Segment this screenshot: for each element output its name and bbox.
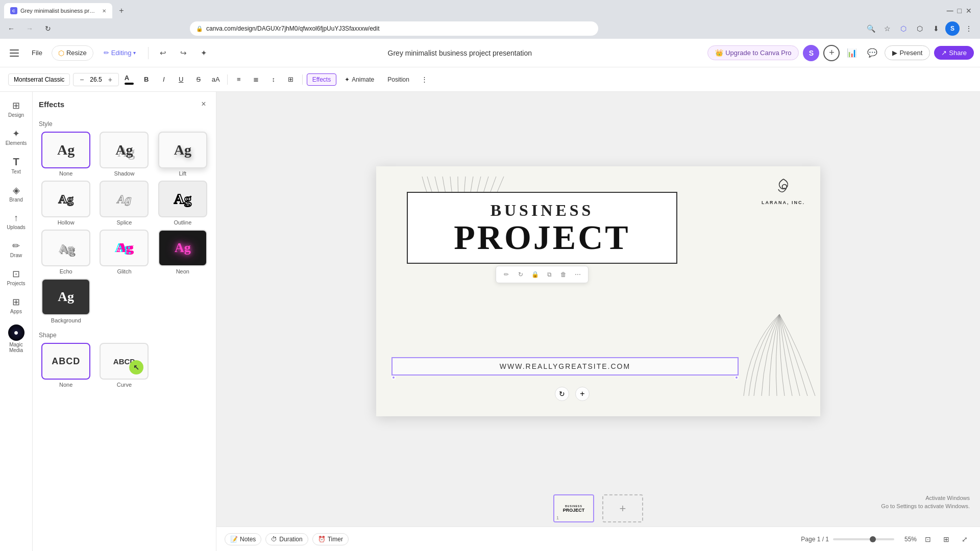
- canva-extension-button[interactable]: ⬡: [896, 21, 911, 36]
- effect-outline[interactable]: Ag Outline: [156, 181, 210, 226]
- handle-right[interactable]: [734, 375, 739, 380]
- italic-button[interactable]: I: [157, 72, 171, 87]
- tab-close-button[interactable]: ✕: [102, 8, 106, 14]
- fit-to-screen-button[interactable]: ⊡: [921, 532, 935, 546]
- add-slide-button[interactable]: +: [602, 494, 643, 522]
- main-text-box[interactable]: BUSINESS PROJECT ✏ ↻ 🔒 ⧉ 🗑 ⋯: [407, 192, 677, 264]
- underline-button[interactable]: U: [174, 72, 188, 87]
- sidebar-item-elements[interactable]: ✦ Elements: [2, 124, 31, 150]
- profile-button[interactable]: S: [945, 21, 960, 36]
- timer-button[interactable]: ⏰ Timer: [312, 533, 349, 545]
- rotate-handle[interactable]: ↻: [555, 387, 569, 401]
- duration-button[interactable]: ⏱ Duration: [265, 533, 308, 545]
- effect-hollow[interactable]: Ag Hollow: [39, 181, 93, 226]
- window-maximize-button[interactable]: □: [958, 7, 962, 15]
- url-text-box[interactable]: WWW.REALLYGREATSITE.COM: [391, 357, 739, 375]
- sidebar-item-design[interactable]: ⊞ Design: [2, 96, 31, 122]
- download-button[interactable]: ⬇: [929, 21, 943, 36]
- effect-neon[interactable]: Ag Neon: [156, 230, 210, 274]
- present-button[interactable]: ▶ Present: [885, 45, 930, 60]
- handle-left[interactable]: [391, 375, 396, 380]
- file-menu-button[interactable]: File: [27, 47, 47, 59]
- slide-thumbnail-1[interactable]: BUSINESS PROJECT 1: [553, 494, 594, 522]
- sidebar-text-label: Text: [11, 169, 20, 174]
- case-button[interactable]: aA: [209, 72, 223, 87]
- browser-menu-button[interactable]: ⋮: [962, 21, 976, 36]
- align-button[interactable]: ≡: [232, 72, 246, 87]
- new-tab-button[interactable]: +: [114, 4, 129, 18]
- fullscreen-button[interactable]: ⤢: [958, 532, 972, 546]
- sidebar-item-draw[interactable]: ✏ Draw: [2, 236, 31, 262]
- back-button[interactable]: ←: [4, 21, 18, 36]
- effects-button[interactable]: Effects: [307, 73, 336, 86]
- effect-echo[interactable]: Ag Echo: [39, 230, 93, 274]
- animate-label: Animate: [352, 76, 374, 83]
- effect-lift[interactable]: Ag Lift: [156, 132, 210, 177]
- shape-none[interactable]: ABCD None: [39, 343, 93, 388]
- comments-button[interactable]: 💬: [864, 45, 880, 61]
- canvas-wrapper[interactable]: LARANA, INC. BUSINESS PROJECT ✏ ↻ 🔒 ⧉ 🗑: [216, 92, 980, 490]
- add-collaborator-button[interactable]: +: [823, 45, 840, 61]
- user-avatar[interactable]: S: [803, 45, 819, 61]
- text-delete-button[interactable]: 🗑: [557, 268, 570, 281]
- redo-button[interactable]: ↪: [175, 45, 191, 61]
- address-bar[interactable]: 🔒 canva.com/design/DAGUXr7jhM0/qfwxol6fj…: [190, 21, 598, 36]
- spacing-button[interactable]: ↕: [266, 72, 281, 87]
- sidebar-item-magic-media[interactable]: ● Magic Media: [2, 320, 31, 357]
- resize-button[interactable]: ⬡ Resize: [52, 45, 93, 61]
- bookmark-button[interactable]: ☆: [880, 21, 894, 36]
- analytics-button[interactable]: 📊: [844, 45, 860, 61]
- sidebar-item-uploads[interactable]: ↑ Uploads: [2, 209, 31, 234]
- notes-button[interactable]: 📝 Notes: [225, 533, 261, 545]
- font-size-increase-button[interactable]: +: [105, 74, 115, 85]
- zoom-slider[interactable]: [833, 538, 894, 540]
- font-size-decrease-button[interactable]: −: [77, 74, 87, 85]
- sidebar-item-apps[interactable]: ⊞ Apps: [2, 292, 31, 318]
- text-copy-button[interactable]: ⧉: [543, 268, 555, 281]
- font-size-value[interactable]: 26.5: [88, 76, 104, 83]
- panel-close-button[interactable]: ×: [198, 98, 210, 110]
- text-edit-button[interactable]: ✏: [500, 268, 512, 281]
- bold-button[interactable]: B: [139, 72, 154, 87]
- shape-curve[interactable]: ABCD ↖ Curve: [97, 343, 151, 388]
- extension-button-2[interactable]: ⬡: [913, 21, 927, 36]
- effect-none[interactable]: Ag None: [39, 132, 93, 177]
- upgrade-button[interactable]: 👑 Upgrade to Canva Pro: [707, 45, 799, 60]
- text-more-button[interactable]: ⋯: [572, 268, 584, 281]
- font-name-button[interactable]: Montserrat Classic: [8, 73, 70, 86]
- window-minimize-button[interactable]: ─: [947, 6, 953, 16]
- add-handle[interactable]: +: [575, 387, 590, 401]
- zoom-value: 55%: [898, 536, 917, 543]
- effect-glitch[interactable]: Ag Glitch: [97, 230, 151, 274]
- zoom-thumb[interactable]: [870, 536, 876, 542]
- text-rotate-button[interactable]: ↻: [514, 268, 527, 281]
- share-button[interactable]: ↗ Share: [934, 46, 974, 60]
- sidebar-item-text[interactable]: T Text: [2, 152, 31, 179]
- editing-button[interactable]: ✏ Editing ▾: [97, 46, 142, 60]
- sidebar-item-brand[interactable]: ◈ Brand: [2, 181, 31, 207]
- effect-background[interactable]: Ag Background: [39, 279, 93, 323]
- design-icon: ⊞: [12, 100, 20, 111]
- effect-splice-label: Splice: [117, 219, 132, 226]
- position-button[interactable]: Position: [382, 74, 414, 85]
- window-close-button[interactable]: ✕: [966, 7, 972, 15]
- hamburger-menu-button[interactable]: [6, 45, 22, 61]
- forward-button[interactable]: →: [22, 21, 37, 36]
- grid-view-button[interactable]: ⊞: [939, 532, 953, 546]
- strikethrough-button[interactable]: S: [191, 72, 206, 87]
- zoom-button[interactable]: 🔍: [864, 21, 878, 36]
- sidebar-item-projects[interactable]: ⊡ Projects: [2, 264, 31, 290]
- text-lock-button[interactable]: 🔒: [529, 268, 541, 281]
- canvas-slide[interactable]: LARANA, INC. BUSINESS PROJECT ✏ ↻ 🔒 ⧉ 🗑: [376, 166, 820, 416]
- undo-button[interactable]: ↩: [155, 45, 171, 61]
- more-options-button[interactable]: ⋮: [418, 72, 432, 87]
- active-tab[interactable]: C Grey minimalist business proje... ✕: [4, 3, 112, 18]
- animate-button[interactable]: ✦ Animate: [339, 74, 379, 85]
- effect-splice[interactable]: Ag Splice: [97, 181, 151, 226]
- grid-button[interactable]: ⊞: [284, 72, 298, 87]
- list-button[interactable]: ≣: [249, 72, 263, 87]
- magic-button[interactable]: ✦: [195, 45, 212, 61]
- effect-shadow[interactable]: Ag Shadow: [97, 132, 151, 177]
- font-color-button[interactable]: A: [122, 72, 136, 87]
- refresh-button[interactable]: ↻: [41, 21, 55, 36]
